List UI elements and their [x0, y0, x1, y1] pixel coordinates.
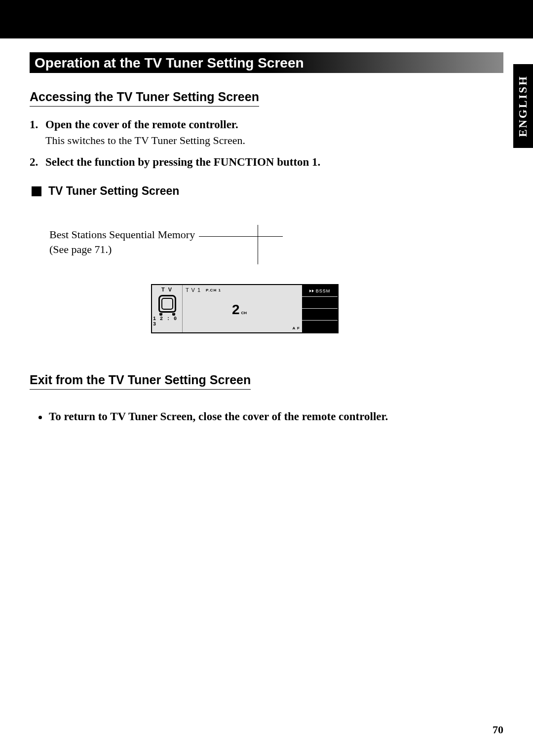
channel-display: 2 CH [232, 302, 247, 318]
step-2-text: Select the function by pressing the FUNC… [45, 156, 320, 169]
screen-mid-panel: T V 1 P.CH 1 2 CH A F [183, 285, 302, 332]
tuner-screen-label: TV Tuner Setting Screen [48, 184, 179, 198]
step-1: 1. Open the cover of the remote controll… [30, 118, 503, 131]
double-play-icon [309, 289, 314, 292]
step-2: 2. Select the function by pressing the F… [30, 156, 503, 169]
exit-heading: Exit from the TV Tuner Setting Screen [30, 373, 251, 390]
filled-square-bullet-icon [32, 186, 41, 196]
clock-display: 1 2 : 0 3 [153, 316, 181, 327]
step-1-note: This switches to the TV Tuner Setting Sc… [45, 134, 503, 147]
language-tab: ENGLISH [513, 64, 533, 148]
annotation-block: Best Stations Sequential Memory (See pag… [49, 227, 503, 256]
tv-label: T V [161, 287, 173, 292]
channel-number: 2 [232, 302, 240, 318]
screen-box: T V 1 2 : 0 3 T V 1 P.CH 1 2 [151, 284, 339, 333]
accessing-section: Accessing the TV Tuner Setting Screen 1.… [30, 90, 503, 333]
channel-label: CH [241, 311, 247, 315]
connector-line-icon [199, 236, 283, 237]
exit-bullet-row: To return to TV Tuner Screen, close the … [30, 410, 503, 423]
screen-right-panel: BSSM [302, 285, 338, 332]
tv1-label: T V 1 [186, 287, 201, 293]
language-tab-text: ENGLISH [517, 75, 530, 137]
bssm-button: BSSM [302, 285, 338, 297]
right-slot-4 [302, 321, 338, 332]
section-title: Operation at the TV Tuner Setting Screen [30, 52, 503, 73]
tv-icon [157, 294, 177, 314]
screen-left-panel: T V 1 2 : 0 3 [152, 285, 183, 332]
af-label: A F [292, 326, 300, 330]
exit-bullet-text: To return to TV Tuner Screen, close the … [49, 410, 388, 423]
page-number: 70 [493, 723, 503, 736]
screen-illustration: T V 1 2 : 0 3 T V 1 P.CH 1 2 [151, 284, 503, 333]
connector-vertical-icon [258, 225, 258, 264]
bssm-label: BSSM [316, 288, 331, 293]
right-slot-2 [302, 297, 338, 309]
annotation-line1: Best Stations Sequential Memory [49, 227, 195, 242]
pch-label: P.CH 1 [206, 288, 221, 292]
tuner-screen-label-row: TV Tuner Setting Screen [30, 184, 503, 198]
bullet-dot-icon [38, 416, 42, 419]
right-slot-3 [302, 309, 338, 321]
accessing-heading: Accessing the TV Tuner Setting Screen [30, 90, 259, 107]
exit-section: Exit from the TV Tuner Setting Screen To… [30, 373, 503, 423]
step-2-number: 2. [30, 156, 45, 169]
step-1-number: 1. [30, 118, 45, 131]
step-1-text: Open the cover of the remote controller. [45, 118, 238, 131]
page-content: Operation at the TV Tuner Setting Screen… [0, 38, 533, 423]
top-black-bar [0, 0, 533, 38]
annotation-line2: (See page 71.) [49, 242, 503, 257]
